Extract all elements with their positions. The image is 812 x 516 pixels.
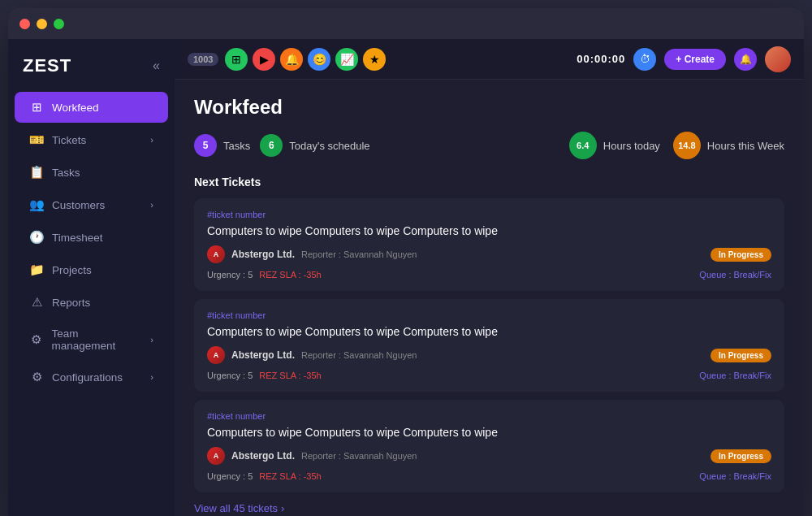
sidebar-item-tasks[interactable]: 📋 Tasks: [15, 157, 168, 188]
sidebar-item-projects[interactable]: 📁 Projects: [15, 254, 168, 285]
ticket-right: In Progress: [710, 449, 771, 463]
ticket-title: Computers to wipe Computers to wipe Comp…: [207, 224, 771, 237]
timer-icon[interactable]: ⏱: [633, 48, 656, 71]
urgency-sla: Urgency : 5 REZ SLA : -35h: [207, 471, 322, 481]
hours-today-pill: 6.4 Hours today: [569, 132, 660, 159]
notification-badge: 1003: [188, 53, 218, 66]
maximize-dot[interactable]: [54, 19, 64, 29]
nav-icon-smiley[interactable]: 😊: [308, 48, 330, 71]
stats-row: 5 Tasks 6 Today's schedule 6.4 Hours tod…: [194, 132, 784, 159]
nav-icon-chart[interactable]: 📈: [335, 48, 358, 71]
notification-icon[interactable]: 🔔: [734, 48, 757, 71]
company-name: Abstergo Ltd.: [231, 349, 295, 361]
tasks-icon: 📋: [29, 165, 44, 180]
hours-today-badge: 6.4: [569, 132, 597, 159]
sidebar-item-label: Customers: [52, 199, 105, 211]
tickets-icon: 🎫: [29, 132, 44, 147]
ticket-footer: Urgency : 5 REZ SLA : -35h Queue : Break…: [207, 471, 771, 481]
nav-icon-star[interactable]: ★: [363, 48, 386, 71]
reporter-name: Savannah Nguyen: [343, 249, 417, 259]
main-content: 1003 ⊞ ▶ 🔔 😊 📈 ★ 00:00:00 ⏱ + Create 🔔: [175, 39, 804, 516]
nav-icon-bell[interactable]: 🔔: [280, 48, 303, 71]
chevron-right-icon: ›: [150, 200, 153, 210]
queue-text: Queue : Break/Fix: [699, 270, 771, 280]
company-name: Abstergo Ltd.: [231, 249, 295, 260]
sla: REZ SLA : -35h: [259, 270, 321, 280]
ticket-title: Computers to wipe Computers to wipe Comp…: [207, 426, 771, 439]
sidebar-item-timesheet[interactable]: 🕐 Timesheet: [15, 222, 168, 253]
queue-text: Queue : Break/Fix: [699, 471, 771, 481]
timesheet-icon: 🕐: [29, 230, 44, 245]
timer-display: 00:00:00: [577, 53, 625, 65]
sidebar-item-label: Team management: [51, 327, 142, 352]
topnav: 1003 ⊞ ▶ 🔔 😊 📈 ★ 00:00:00 ⏱ + Create 🔔: [175, 39, 804, 80]
workfeed-icon: ⊞: [29, 100, 44, 115]
sidebar-item-team-management[interactable]: ⚙ Team management ›: [15, 319, 168, 360]
minimize-dot[interactable]: [37, 19, 47, 29]
hours-week-label: Hours this Week: [707, 140, 784, 152]
next-tickets-title: Next Tickets: [194, 176, 784, 189]
urgency-sla: Urgency : 5 REZ SLA : -35h: [207, 371, 322, 380]
projects-icon: 📁: [29, 262, 44, 277]
hours-today-label: Hours today: [603, 140, 660, 152]
sidebar: ZEST « ⊞ Workfeed 🎫 Tickets › 📋 Tasks 👥 …: [8, 39, 175, 516]
ticket-number: #ticket number: [207, 310, 771, 320]
ticket-meta: A Abstergo Ltd. Reporter : Savannah Nguy…: [207, 245, 771, 263]
sidebar-item-label: Projects: [52, 264, 92, 276]
ticket-right: In Progress: [710, 349, 771, 362]
ticket-left: A Abstergo Ltd. Reporter : Savannah Nguy…: [207, 447, 417, 465]
sidebar-item-reports[interactable]: ⚠ Reports: [15, 287, 168, 318]
reporter-label: Reporter : Savannah Nguyen: [301, 451, 417, 461]
sidebar-item-label: Tickets: [52, 134, 86, 146]
view-all-tickets-link[interactable]: View all 45 tickets ›: [194, 502, 784, 514]
customers-icon: 👥: [29, 197, 44, 212]
reporter-name: Savannah Nguyen: [343, 451, 417, 461]
reporter-label: Reporter : Savannah Nguyen: [301, 350, 417, 360]
avatar[interactable]: [765, 46, 791, 72]
queue-text: Queue : Break/Fix: [699, 371, 771, 380]
nav-icon-play[interactable]: ▶: [253, 48, 275, 71]
schedule-label: Today's schedule: [289, 140, 369, 152]
chevron-right-icon: ›: [150, 335, 153, 345]
view-all-arrow: ›: [281, 502, 284, 514]
status-badge: In Progress: [710, 349, 771, 362]
sidebar-item-configurations[interactable]: ⚙ Configurations ›: [15, 362, 168, 392]
nav-icon-grid[interactable]: ⊞: [225, 48, 248, 71]
workfeed-content: Workfeed 5 Tasks 6 Today's schedule 6.4: [175, 80, 804, 516]
tasks-count-badge: 5: [194, 134, 217, 157]
company-name: Abstergo Ltd.: [231, 450, 295, 462]
sla: REZ SLA : -35h: [259, 371, 321, 380]
ticket-meta: A Abstergo Ltd. Reporter : Savannah Nguy…: [207, 346, 771, 364]
tasks-stat: 5 Tasks: [194, 134, 250, 157]
ticket-left: A Abstergo Ltd. Reporter : Savannah Nguy…: [207, 245, 417, 263]
ticket-footer: Urgency : 5 REZ SLA : -35h Queue : Break…: [207, 270, 771, 280]
ticket-number: #ticket number: [207, 411, 771, 421]
sidebar-item-label: Configurations: [52, 371, 123, 384]
logo-text: ZEST: [23, 55, 71, 76]
app-window: ZEST « ⊞ Workfeed 🎫 Tickets › 📋 Tasks 👥 …: [8, 8, 804, 516]
close-dot[interactable]: [19, 19, 30, 29]
team-icon: ⚙: [29, 332, 43, 347]
sidebar-item-customers[interactable]: 👥 Customers ›: [15, 189, 168, 220]
urgency-sla: Urgency : 5 REZ SLA : -35h: [207, 270, 322, 280]
ticket-card-1: #ticket number Computers to wipe Compute…: [194, 198, 784, 291]
config-icon: ⚙: [29, 370, 44, 384]
sidebar-item-workfeed[interactable]: ⊞ Workfeed: [15, 92, 168, 123]
urgency: Urgency : 5: [207, 471, 253, 481]
ticket-footer: Urgency : 5 REZ SLA : -35h Queue : Break…: [207, 371, 771, 380]
sidebar-item-label: Tasks: [52, 167, 80, 179]
ticket-left: A Abstergo Ltd. Reporter : Savannah Nguy…: [207, 346, 417, 364]
sidebar-logo: ZEST «: [8, 49, 175, 91]
nav-icons: ⊞ ▶ 🔔 😊 📈 ★: [225, 48, 386, 71]
collapse-button[interactable]: «: [153, 59, 160, 73]
sidebar-item-label: Reports: [52, 297, 90, 309]
create-button[interactable]: + Create: [664, 49, 726, 70]
nav-right: 00:00:00 ⏱ + Create 🔔: [577, 46, 791, 72]
reporter-name: Savannah Nguyen: [343, 350, 417, 360]
titlebar: [8, 8, 804, 39]
ticket-meta: A Abstergo Ltd. Reporter : Savannah Nguy…: [207, 447, 771, 465]
sidebar-item-tickets[interactable]: 🎫 Tickets ›: [15, 124, 168, 155]
app-body: ZEST « ⊞ Workfeed 🎫 Tickets › 📋 Tasks 👥 …: [8, 39, 804, 516]
ticket-card-3: #ticket number Computers to wipe Compute…: [194, 400, 784, 492]
schedule-count-badge: 6: [260, 134, 283, 157]
